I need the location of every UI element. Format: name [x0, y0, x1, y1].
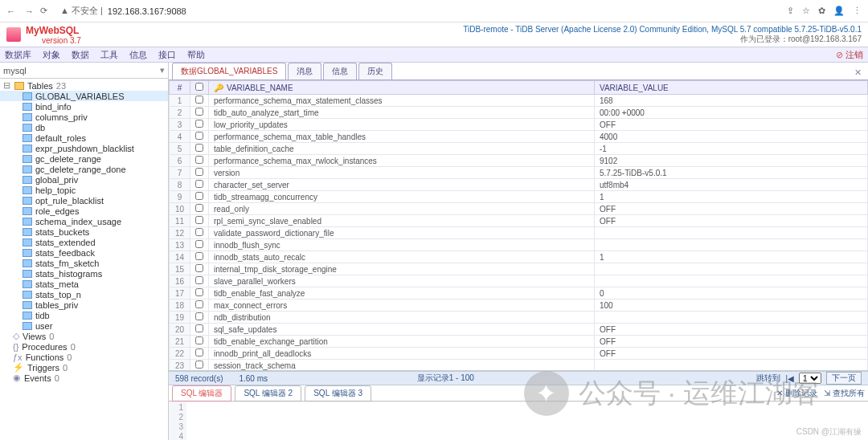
table-row[interactable]: 8character_set_serverutf8mb4 — [170, 179, 868, 191]
tree-table-item[interactable]: stats_histograms — [0, 268, 168, 279]
row-checkbox[interactable] — [195, 144, 203, 152]
cell-value[interactable] — [595, 239, 868, 251]
tree-table-item[interactable]: schema_index_usage — [0, 216, 168, 226]
cell-name[interactable]: innodb_print_all_deadlocks — [209, 348, 595, 360]
row-checkbox[interactable] — [195, 168, 203, 176]
table-row[interactable]: 18max_connect_errors100 — [170, 299, 868, 312]
cell-value[interactable] — [595, 312, 868, 324]
cell-name[interactable]: innodb_stats_auto_recalc — [209, 251, 595, 263]
sql-tab-1[interactable]: SQL 编辑器 — [172, 385, 231, 401]
table-row[interactable]: 20sql_safe_updatesOFF — [170, 324, 868, 336]
tree-table-item[interactable]: opt_rule_blacklist — [0, 195, 168, 206]
row-checkbox[interactable] — [195, 276, 203, 284]
sql-tab-2[interactable]: SQL 编辑器 2 — [235, 385, 301, 401]
cell-name[interactable]: tidb_streamagg_concurrency — [209, 191, 595, 203]
star-icon[interactable]: ☆ — [802, 6, 810, 16]
menu-icon[interactable]: ⋮ — [853, 6, 862, 16]
tree-table-item[interactable]: bind_info — [0, 101, 168, 112]
cell-name[interactable]: version — [209, 167, 595, 179]
row-checkbox[interactable] — [195, 240, 203, 248]
table-row[interactable]: 1performance_schema_max_statement_classe… — [170, 95, 868, 107]
cell-value[interactable]: 1 — [595, 191, 868, 203]
cell-value[interactable]: 4000 — [595, 131, 868, 143]
row-checkbox[interactable] — [195, 361, 203, 369]
cell-value[interactable]: 00:00 +0000 — [595, 107, 868, 119]
cell-name[interactable]: table_definition_cache — [209, 143, 595, 155]
tree-table-item[interactable]: user — [0, 320, 168, 331]
cell-value[interactable]: OFF — [595, 215, 868, 227]
menu-database[interactable]: 数据库 — [5, 49, 31, 61]
cell-value[interactable]: 100 — [595, 299, 868, 312]
tree-table-item[interactable]: stats_fm_sketch — [0, 258, 168, 268]
cell-value[interactable]: OFF — [595, 348, 868, 360]
tree-table-item[interactable]: help_topic — [0, 185, 168, 195]
row-checkbox[interactable] — [195, 96, 203, 104]
row-checkbox[interactable] — [195, 228, 203, 236]
cell-name[interactable]: max_connect_errors — [209, 299, 595, 312]
tree-table-item[interactable]: stats_meta — [0, 279, 168, 289]
page-select[interactable]: 1 — [799, 373, 821, 384]
tree-table-item[interactable]: tidb — [0, 310, 168, 320]
cell-name[interactable]: sql_safe_updates — [209, 324, 595, 336]
table-row[interactable]: 4performance_schema_max_table_handles400… — [170, 131, 868, 143]
row-checkbox[interactable] — [195, 312, 203, 320]
table-row[interactable]: 13innodb_flush_sync — [170, 239, 868, 251]
tree-group-item[interactable]: ƒxFunctions 0 — [0, 352, 168, 362]
tab-messages[interactable]: 消息 — [288, 63, 321, 79]
sql-tab-3[interactable]: SQL 编辑器 3 — [305, 385, 371, 401]
menu-objects[interactable]: 对象 — [43, 49, 60, 61]
tree-table-item[interactable]: role_edges — [0, 206, 168, 216]
cell-name[interactable]: tidb_auto_analyze_start_time — [209, 107, 595, 119]
tab-history[interactable]: 历史 — [358, 63, 392, 79]
cell-name[interactable]: read_only — [209, 203, 595, 215]
row-checkbox[interactable] — [195, 336, 203, 344]
row-checkbox[interactable] — [195, 252, 203, 260]
cell-value[interactable]: OFF — [595, 324, 868, 336]
cell-value[interactable]: utf8mb4 — [595, 179, 868, 191]
cell-value[interactable] — [595, 275, 868, 287]
row-checkbox[interactable] — [195, 324, 203, 332]
cell-value[interactable]: OFF — [595, 203, 868, 215]
cell-name[interactable]: performance_schema_max_table_handles — [209, 131, 595, 143]
col-rownum[interactable]: # — [170, 81, 190, 95]
cell-name[interactable]: slave_parallel_workers — [209, 275, 595, 287]
tree-table-item[interactable]: columns_priv — [0, 112, 168, 122]
cell-name[interactable]: tidb_enable_exchange_partition — [209, 336, 595, 348]
cell-value[interactable]: 1 — [595, 251, 868, 263]
row-checkbox[interactable] — [195, 192, 203, 200]
tree-tables-group[interactable]: ⊟ Tables 23 — [0, 80, 168, 91]
database-select[interactable]: mysql ▾ — [0, 63, 168, 79]
tab-info[interactable]: 信息 — [323, 63, 357, 79]
cell-value[interactable] — [595, 360, 868, 372]
close-tabs-icon[interactable]: ✕ — [851, 66, 865, 79]
cell-value[interactable]: 5.7.25-TiDB-v5.0.1 — [595, 167, 868, 179]
cell-name[interactable]: ndb_distribution — [209, 312, 595, 324]
col-checkbox[interactable] — [190, 81, 209, 95]
table-row[interactable]: 17tidb_enable_fast_analyze0 — [170, 287, 868, 299]
row-checkbox[interactable] — [195, 120, 203, 128]
col-variable-name[interactable]: 🔑VARIABLE_NAME — [209, 81, 595, 95]
table-row[interactable]: 19ndb_distribution — [170, 312, 868, 324]
cell-value[interactable]: OFF — [595, 336, 868, 348]
cell-name[interactable]: low_priority_updates — [209, 119, 595, 131]
table-row[interactable]: 5table_definition_cache-1 — [170, 143, 868, 155]
table-row[interactable]: 11rpl_semi_sync_slave_enabledOFF — [170, 215, 868, 227]
find-all-link[interactable]: ⇲ 查找所有 — [824, 388, 865, 399]
table-row[interactable]: 23session_track_schema — [170, 360, 868, 372]
menu-help[interactable]: 帮助 — [187, 49, 205, 61]
extension-icon[interactable]: ✿ — [818, 6, 825, 16]
tree-table-item[interactable]: stats_top_n — [0, 289, 168, 299]
profile-icon[interactable]: 👤 — [833, 6, 845, 16]
menu-interface[interactable]: 接口 — [158, 49, 176, 61]
tree-group-item[interactable]: ◇Views 0 — [0, 331, 168, 341]
tree-group-item[interactable]: {}Procedures 0 — [0, 341, 168, 352]
cell-name[interactable]: performance_schema_max_rwlock_instances — [209, 155, 595, 167]
menu-tools[interactable]: 工具 — [100, 49, 118, 61]
cell-name[interactable]: validate_password_dictionary_file — [209, 227, 595, 239]
row-checkbox[interactable] — [195, 216, 203, 224]
table-row[interactable]: 2tidb_auto_analyze_start_time00:00 +0000 — [170, 107, 868, 119]
cell-value[interactable]: OFF — [595, 119, 868, 131]
select-all-checkbox[interactable] — [195, 83, 203, 91]
tree-table-item[interactable]: expr_pushdown_blacklist — [0, 143, 168, 153]
table-row[interactable]: 12validate_password_dictionary_file — [170, 227, 868, 239]
